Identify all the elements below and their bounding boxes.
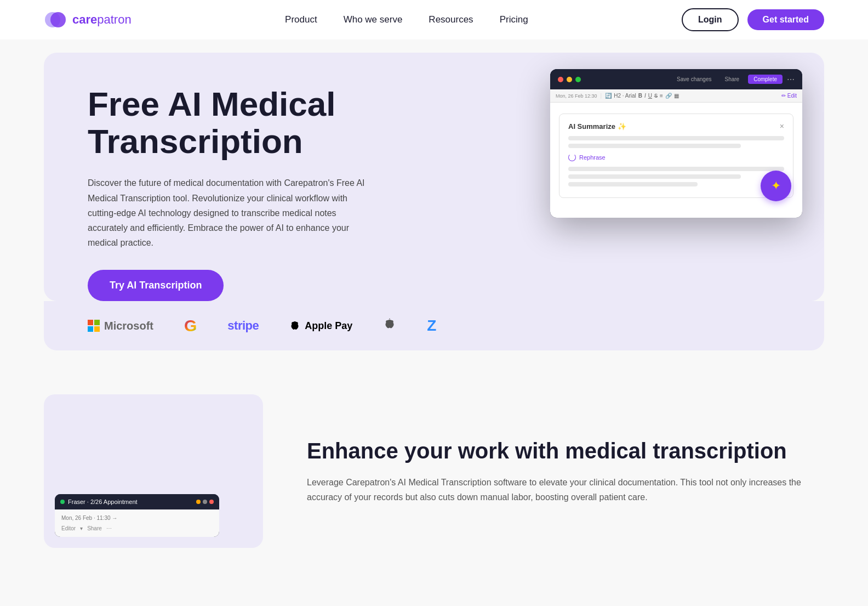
toolbar-icons: 🔄 H2 · Arial B I U S̶ ≡ 🔗 ▦ (605, 93, 679, 99)
minimize-dot[interactable] (567, 77, 572, 82)
mini-title-bar: Fraser · 2/26 Appointment (55, 494, 219, 509)
nav-actions: Login Get started (682, 8, 824, 31)
toolbar-strike[interactable]: S̶ (654, 93, 658, 99)
section2-description: Leverage Carepatron's AI Medical Transcr… (307, 475, 824, 505)
mini-traffic-lights (196, 500, 214, 504)
apple-icon (383, 318, 396, 333)
ai-line-2 (568, 144, 741, 148)
mini-green-dot (60, 500, 65, 504)
hero-content: Free AI Medical Transcription Discover t… (88, 86, 416, 301)
rephrase-icon (568, 154, 576, 161)
hero-description: Discover the future of medical documenta… (88, 175, 373, 250)
toolbar-u[interactable]: U (648, 93, 652, 99)
ai-summarize-card: AI Summarize ✨ × Rephrase (559, 114, 793, 198)
mock-body: AI Summarize ✨ × Rephrase (550, 103, 802, 218)
google-label: G (184, 316, 197, 335)
mini-body: Mon, 26 Feb · 11:30 → Editor ▾ Share ⋯ (55, 509, 219, 537)
applepay-logo: Apple Pay (289, 320, 352, 332)
mock-window: Save changes Share Complete ⋯ Mon, 26 Fe… (550, 69, 802, 218)
ai-star-icon: ✦ (771, 179, 781, 193)
zoom-logo: Z (427, 317, 436, 335)
toolbar-link[interactable]: 🔗 (665, 93, 672, 99)
svg-rect-4 (88, 326, 93, 332)
mini-expand[interactable] (203, 500, 207, 504)
toolbar-separator: | (601, 93, 602, 99)
mini-more-icon[interactable]: ⋯ (106, 525, 112, 531)
stripe-label: stripe (227, 319, 259, 333)
result-line-2 (568, 174, 741, 179)
ai-badge[interactable]: ✦ (761, 171, 791, 201)
section2-card: Fraser · 2/26 Appointment Mon, 26 Feb · … (44, 394, 263, 548)
microsoft-icon (88, 320, 100, 332)
hero-section: Free AI Medical Transcription Discover t… (44, 53, 824, 301)
nav-item-product[interactable]: Product (285, 14, 317, 25)
mini-close[interactable] (209, 500, 214, 504)
mini-minimize[interactable] (196, 500, 201, 504)
toolbar-list[interactable]: ≡ (660, 93, 663, 99)
apple-logo (383, 318, 396, 333)
ai-close-button[interactable]: × (780, 122, 784, 131)
mini-editor-label[interactable]: Editor (61, 525, 76, 531)
toolbar-date: Mon, 26 Feb 12:30 (556, 93, 597, 99)
navbar: carepatron Product Who we serve Resource… (0, 0, 868, 39)
applepay-apple-icon (289, 320, 300, 331)
nav-item-resources[interactable]: Resources (429, 14, 473, 25)
toolbar-table[interactable]: ▦ (674, 93, 679, 99)
result-line-3 (568, 182, 698, 186)
rephrase-row: Rephrase (568, 154, 784, 161)
toolbar-i[interactable]: I (644, 93, 646, 99)
close-dot[interactable] (558, 77, 563, 82)
mock-title-bar: Save changes Share Complete ⋯ (550, 69, 802, 89)
mini-chevron-icon: ▾ (80, 525, 83, 531)
save-changes-label: Save changes (672, 75, 716, 84)
microsoft-logo: Microsoft (88, 320, 153, 332)
section2-text: Enhance your work with medical transcrip… (307, 438, 824, 505)
svg-rect-5 (94, 326, 100, 332)
result-line-1 (568, 167, 784, 171)
logo-icon (44, 8, 67, 31)
section2: Fraser · 2/26 Appointment Mon, 26 Feb · … (0, 350, 868, 581)
mini-toolbar2: Editor ▾ Share ⋯ (61, 525, 213, 531)
complete-button[interactable]: Complete (748, 75, 783, 84)
google-logo: G (184, 316, 197, 335)
section2-title: Enhance your work with medical transcrip… (307, 438, 824, 464)
mini-share-label[interactable]: Share (87, 525, 102, 531)
mock-title-actions: Save changes Share Complete ⋯ (672, 75, 795, 84)
microsoft-label: Microsoft (104, 320, 153, 332)
nav-item-pricing[interactable]: Pricing (500, 14, 528, 25)
stripe-logo: stripe (227, 319, 259, 333)
try-ai-transcription-button[interactable]: Try AI Transcription (88, 270, 224, 301)
logo[interactable]: carepatron (44, 8, 132, 31)
mini-appointment-label: Fraser · 2/26 Appointment (60, 499, 138, 505)
maximize-dot[interactable] (575, 77, 581, 82)
mini-appointment-window: Fraser · 2/26 Appointment Mon, 26 Feb · … (55, 494, 219, 537)
rephrase-label[interactable]: Rephrase (579, 154, 606, 161)
ai-summarize-header: AI Summarize ✨ × (568, 122, 784, 131)
nav-item-who-we-serve[interactable]: Who we serve (344, 14, 403, 25)
svg-rect-3 (94, 320, 100, 325)
bold-icon[interactable]: 🔄 (605, 93, 612, 99)
login-button[interactable]: Login (682, 8, 739, 31)
svg-point-1 (50, 12, 66, 27)
result-lines (568, 167, 784, 186)
traffic-lights (558, 77, 581, 82)
more-options-icon[interactable]: ⋯ (787, 75, 795, 84)
svg-rect-2 (88, 320, 93, 325)
ai-summarize-title: AI Summarize ✨ (568, 122, 626, 131)
mock-toolbar: Mon, 26 Feb 12:30 | 🔄 H2 · Arial B I U S… (550, 89, 802, 103)
nav-links: Product Who we serve Resources Pricing (285, 14, 528, 25)
hero-title: Free AI Medical Transcription (88, 86, 416, 160)
edit-label[interactable]: ✏ Edit (781, 93, 797, 99)
logos-strip: Microsoft G stripe Apple Pay Z (44, 301, 824, 350)
heading-label: H2 · Arial (614, 93, 636, 99)
applepay-label: Apple Pay (305, 320, 352, 332)
share-label[interactable]: Share (721, 75, 744, 84)
ai-line-1 (568, 136, 784, 140)
get-started-button[interactable]: Get started (747, 9, 824, 30)
toolbar-b[interactable]: B (638, 93, 642, 99)
mini-date: Mon, 26 Feb · 11:30 → (61, 515, 213, 521)
logo-text: carepatron (72, 13, 132, 27)
zoom-label: Z (427, 317, 436, 335)
